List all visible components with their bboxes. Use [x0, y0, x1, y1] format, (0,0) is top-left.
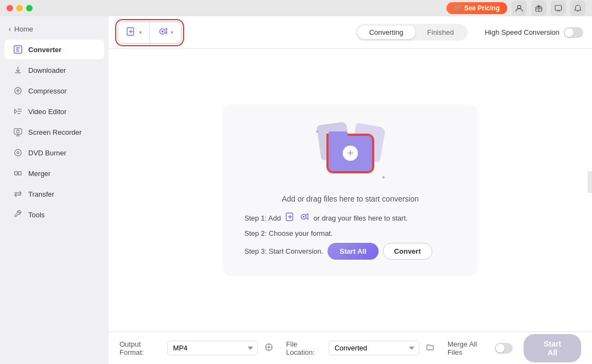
merge-all-files-group: Merge All Files [448, 340, 513, 356]
downloader-icon [13, 65, 23, 75]
gift-icon[interactable] [531, 1, 546, 16]
tools-icon [13, 210, 23, 219]
see-pricing-button[interactable]: 🛒 See Pricing [446, 2, 507, 14]
svg-rect-3 [555, 5, 562, 10]
close-button[interactable] [7, 5, 13, 11]
start-all-main-button[interactable]: Start All [524, 334, 581, 362]
merge-all-files-label: Merge All Files [448, 340, 490, 356]
drop-zone-container: + ✦ ✦ Add or drag files here to start co… [109, 49, 592, 331]
high-speed-toggle[interactable] [564, 27, 583, 38]
start-all-inline-button[interactable]: Start All [328, 243, 378, 260]
folder-plus-icon: + [343, 146, 358, 161]
add-camera-chevron: ▾ [171, 29, 173, 35]
content-area: ▾ ▾ Converting Finished High Speed Conve… [109, 16, 592, 364]
svg-point-17 [268, 346, 270, 348]
video-editor-icon [13, 106, 23, 116]
merge-toggle[interactable] [495, 343, 513, 354]
output-format-settings-button[interactable] [262, 341, 275, 356]
compressor-icon [13, 86, 23, 96]
svg-rect-6 [14, 129, 22, 134]
sidebar-collapse-button[interactable]: ‹ [588, 171, 592, 193]
folder-icon: + [329, 136, 372, 171]
sidebar-item-converter[interactable]: Converter [4, 40, 104, 59]
screen-recorder-icon [13, 127, 23, 137]
svg-point-12 [161, 30, 163, 33]
sparkle-icon-1: ✦ [315, 129, 319, 135]
sidebar-item-compressor[interactable]: Compressor [4, 81, 104, 101]
sidebar-item-transfer[interactable]: Transfer [4, 184, 104, 204]
svg-point-0 [518, 5, 521, 9]
sidebar-item-downloader[interactable]: Downloader [4, 60, 104, 80]
minimize-button[interactable] [16, 5, 23, 11]
toolbar: ▾ ▾ Converting Finished High Speed Conve… [109, 16, 592, 49]
sidebar-item-video-editor[interactable]: Video Editor [4, 102, 104, 121]
output-format-label: Output Format: [119, 340, 163, 356]
svg-point-15 [303, 216, 305, 218]
sidebar-item-dvd-burner[interactable]: DVD Burner [4, 143, 104, 162]
file-location-browse-button[interactable] [424, 341, 437, 356]
maximize-button[interactable] [26, 5, 33, 11]
high-speed-label: High Speed Conversion [485, 28, 559, 36]
high-speed-toggle-group: High Speed Conversion [485, 27, 583, 38]
title-bar: 🛒 See Pricing [0, 0, 592, 16]
chevron-left-icon: ‹ [9, 25, 11, 33]
step-2-row: Step 2: Choose your format. [244, 229, 456, 237]
sidebar: ‹ Home Converter Downloader Compressor [0, 16, 109, 364]
step-3-label: Step 3: Start Conversion. [244, 247, 323, 255]
toggle-knob [565, 28, 574, 37]
svg-point-8 [15, 149, 21, 156]
add-file-icon [126, 27, 136, 39]
output-format-select[interactable]: MP4 [167, 341, 258, 355]
add-file-chevron: ▾ [139, 29, 142, 35]
user-icon[interactable] [512, 1, 527, 16]
step-1-row: Step 1: Add or drag your files here to s… [244, 212, 456, 224]
add-file-button[interactable]: ▾ [118, 22, 150, 43]
drop-zone[interactable]: + ✦ ✦ Add or drag files here to start co… [223, 104, 478, 276]
sidebar-item-screen-recorder[interactable]: Screen Recorder [4, 122, 104, 142]
step-1-suffix: or drag your files here to start. [313, 214, 407, 222]
svg-point-7 [17, 130, 20, 133]
tab-switcher: Converting Finished [356, 24, 468, 41]
notification-icon[interactable] [570, 1, 585, 16]
add-file-group: ▾ ▾ [117, 21, 182, 44]
step-1-label: Step 1: Add [244, 214, 281, 222]
add-camera-button[interactable]: ▾ [150, 22, 181, 43]
step-3-row: Step 3: Start Conversion. Start All Conv… [244, 243, 456, 260]
add-camera-icon [158, 27, 167, 39]
step-2-label: Step 2: Choose your format. [244, 229, 333, 237]
transfer-icon [13, 189, 23, 199]
file-location-label: File Location: [286, 340, 324, 356]
drop-zone-icon: + ✦ ✦ [312, 121, 388, 186]
step-1-file-icon[interactable] [285, 212, 295, 224]
step-1-camera-icon[interactable] [299, 212, 309, 224]
title-bar-actions: 🛒 See Pricing [446, 1, 585, 16]
tab-finished[interactable]: Finished [415, 26, 466, 39]
drop-instruction: Add or drag files here to start conversi… [282, 194, 419, 203]
sidebar-item-tools[interactable]: Tools [4, 205, 104, 224]
file-location-select[interactable]: Converted [329, 341, 419, 355]
steps-area: Step 1: Add or drag your files here to s… [234, 212, 467, 260]
main-layout: ‹ Home Converter Downloader Compressor [0, 16, 592, 364]
message-icon[interactable] [551, 1, 566, 16]
sidebar-item-merger[interactable]: Merger [4, 164, 104, 183]
sidebar-home[interactable]: ‹ Home [0, 22, 109, 36]
file-location-field: File Location: Converted [286, 340, 437, 356]
svg-point-9 [17, 152, 19, 154]
converter-icon [13, 45, 23, 54]
tab-converting[interactable]: Converting [357, 26, 415, 39]
bottom-bar: Output Format: MP4 File Location: Conver… [109, 331, 592, 364]
sparkle-icon-2: ✦ [381, 174, 386, 180]
traffic-lights [7, 5, 33, 11]
merge-toggle-knob [496, 344, 505, 353]
convert-inline-button[interactable]: Convert [383, 243, 432, 260]
merger-icon [13, 168, 23, 178]
dvd-burner-icon [13, 148, 23, 158]
output-format-field: Output Format: MP4 [119, 340, 275, 356]
